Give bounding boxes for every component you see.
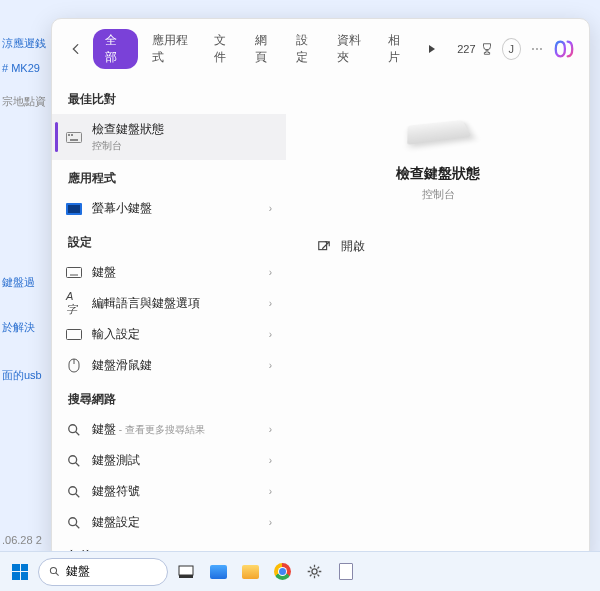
result-title: 鍵盤設定 — [92, 514, 259, 531]
chevron-right-icon: › — [269, 455, 272, 466]
svg-rect-23 — [179, 575, 193, 578]
result-title: 鍵盤符號 — [92, 483, 259, 500]
tab-web[interactable]: 網頁 — [249, 29, 282, 69]
result-best-match[interactable]: 檢查鍵盤狀態 控制台 — [52, 114, 286, 160]
copilot-icon[interactable] — [553, 38, 575, 60]
play-icon — [427, 44, 437, 54]
bg-text: 涼應遲銭 — [2, 36, 46, 51]
result-web-1[interactable]: 鍵盤 - 查看更多搜尋結果 › — [52, 414, 286, 445]
result-language[interactable]: A字 編輯語言與鍵盤選項 › — [52, 288, 286, 319]
svg-line-21 — [56, 573, 59, 576]
result-title: 鍵盤 — [92, 422, 116, 436]
svg-rect-2 — [71, 134, 73, 136]
svg-line-16 — [76, 493, 80, 497]
taskview-icon — [178, 565, 194, 579]
user-avatar[interactable]: J — [502, 38, 521, 60]
detail-category: 控制台 — [422, 187, 455, 202]
svg-line-14 — [76, 462, 80, 466]
result-title: 鍵盤 — [92, 264, 259, 281]
app-button[interactable] — [332, 558, 360, 586]
menu-button[interactable]: ⋯ — [529, 42, 545, 56]
bg-text: 宗地點資 — [2, 94, 46, 109]
svg-point-17 — [69, 517, 77, 525]
svg-line-12 — [76, 431, 80, 435]
explorer-button[interactable] — [204, 558, 232, 586]
osk-icon — [66, 201, 82, 217]
svg-point-11 — [69, 424, 77, 432]
search-icon — [66, 484, 82, 500]
taskview-button[interactable] — [172, 558, 200, 586]
result-title: 螢幕小鍵盤 — [92, 200, 259, 217]
section-web: 搜尋網路 — [52, 381, 286, 414]
bg-text: # MK29 — [2, 62, 40, 74]
keyboard-icon — [66, 265, 82, 281]
svg-point-24 — [311, 569, 316, 574]
result-title: 檢查鍵盤狀態 — [92, 122, 164, 136]
trophy-icon — [480, 42, 494, 56]
result-web-3[interactable]: 鍵盤符號 › — [52, 476, 286, 507]
chrome-button[interactable] — [268, 558, 296, 586]
result-title: 鍵盤測試 — [92, 452, 259, 469]
svg-line-18 — [76, 524, 80, 528]
svg-point-13 — [69, 455, 77, 463]
detail-title: 檢查鍵盤狀態 — [396, 165, 480, 183]
keyboard-icon — [66, 129, 82, 145]
back-button[interactable] — [66, 38, 85, 60]
result-web-4[interactable]: 鍵盤設定 › — [52, 507, 286, 538]
result-title: 鍵盤滑鼠鍵 — [92, 357, 259, 374]
count-label: 227 — [457, 43, 475, 55]
bg-text: 面的usb — [2, 368, 42, 383]
result-keyboard[interactable]: 鍵盤 › — [52, 257, 286, 288]
bg-text: 鍵盤過 — [2, 275, 35, 290]
result-osk[interactable]: 螢幕小鍵盤 › — [52, 193, 286, 224]
mouse-icon — [66, 358, 82, 374]
open-button[interactable]: 開啟 — [297, 238, 365, 255]
tab-settings[interactable]: 設定 — [290, 29, 323, 69]
chevron-right-icon: › — [269, 424, 272, 435]
tab-photos[interactable]: 相片 — [382, 29, 415, 69]
windows-icon — [12, 564, 28, 580]
result-mousekeys[interactable]: 鍵盤滑鼠鍵 › — [52, 350, 286, 381]
results-list: 最佳比對 檢查鍵盤狀態 控制台 應用程式 螢幕小鍵盤 › 設定 鍵盤 › — [52, 75, 287, 560]
chevron-right-icon: › — [269, 267, 272, 278]
search-panel: 全部 應用程式 文件 網頁 設定 資料夾 相片 227 J ⋯ 最佳比對 檢查鍵… — [51, 18, 590, 560]
input-icon — [66, 327, 82, 343]
result-hint: - 查看更多搜尋結果 — [116, 424, 205, 435]
section-apps: 應用程式 — [52, 160, 286, 193]
settings-button[interactable] — [300, 558, 328, 586]
more-tabs-button[interactable] — [423, 42, 441, 56]
svg-rect-6 — [67, 268, 82, 278]
document-icon — [339, 563, 353, 580]
open-icon — [317, 240, 331, 254]
start-button[interactable] — [6, 558, 34, 586]
svg-rect-1 — [68, 134, 70, 136]
result-web-2[interactable]: 鍵盤測試 › — [52, 445, 286, 476]
rewards-count[interactable]: 227 — [457, 42, 493, 56]
search-icon — [66, 515, 82, 531]
svg-rect-3 — [70, 139, 78, 141]
filter-tabs: 全部 應用程式 文件 網頁 設定 資料夾 相片 227 J ⋯ — [52, 19, 589, 75]
tab-documents[interactable]: 文件 — [208, 29, 241, 69]
language-icon: A字 — [66, 296, 82, 312]
svg-rect-22 — [179, 566, 193, 575]
section-settings: 設定 — [52, 224, 286, 257]
search-icon — [49, 565, 60, 578]
chevron-right-icon: › — [269, 360, 272, 371]
tab-apps[interactable]: 應用程式 — [146, 29, 200, 69]
folder-button[interactable] — [236, 558, 264, 586]
chevron-right-icon: › — [269, 329, 272, 340]
tab-all[interactable]: 全部 — [93, 29, 138, 69]
arrow-left-icon — [69, 42, 83, 56]
section-best-match: 最佳比對 — [52, 81, 286, 114]
bg-text: .06.28 2 — [2, 534, 42, 546]
tab-folders[interactable]: 資料夾 — [331, 29, 374, 69]
folder-icon — [242, 565, 259, 579]
taskbar-search[interactable] — [38, 558, 168, 586]
search-icon — [66, 453, 82, 469]
open-label: 開啟 — [341, 238, 365, 255]
result-sub: 控制台 — [92, 139, 272, 153]
taskbar-search-input[interactable] — [66, 565, 157, 579]
keyboard-thumbnail — [407, 120, 472, 145]
result-input[interactable]: 輸入設定 › — [52, 319, 286, 350]
chevron-right-icon: › — [269, 486, 272, 497]
